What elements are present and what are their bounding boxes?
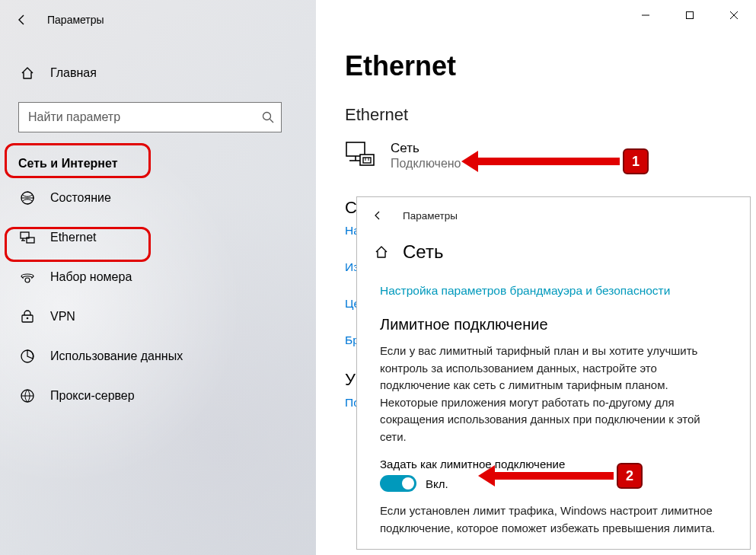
- metered-toggle-row: Вкл.: [380, 475, 727, 492]
- popup-title: Параметры: [403, 210, 458, 222]
- sidebar: Параметры Главная Сеть и Интернет: [0, 0, 316, 555]
- sidebar-item-datausage[interactable]: Использование данных: [0, 337, 316, 376]
- home-icon: [20, 65, 35, 81]
- vpn-icon: [20, 309, 35, 324]
- sidebar-item-proxy[interactable]: Прокси-сервер: [0, 376, 316, 416]
- search-box[interactable]: [18, 102, 282, 132]
- sidebar-item-label: VPN: [50, 310, 75, 324]
- network-status: Подключено: [391, 157, 461, 171]
- search-wrap: [18, 102, 301, 132]
- svg-rect-19: [360, 155, 374, 165]
- sidebar-item-status[interactable]: Состояние: [0, 178, 316, 218]
- sidebar-item-vpn[interactable]: VPN: [0, 297, 316, 337]
- section-heading-ethernet: Ethernet: [345, 105, 741, 125]
- dialup-icon: [20, 270, 35, 285]
- sidebar-home[interactable]: Главная: [0, 56, 316, 90]
- popup-header: Параметры: [357, 197, 750, 234]
- sidebar-item-ethernet[interactable]: Ethernet: [0, 218, 316, 257]
- firewall-settings-link[interactable]: Настройка параметров брандмауэра и безоп…: [380, 284, 670, 298]
- metered-description: Если у вас лимитный тарифный план и вы х…: [380, 343, 727, 445]
- back-icon[interactable]: [372, 210, 384, 221]
- sidebar-item-label: Прокси-сервер: [50, 389, 135, 403]
- status-icon: [20, 190, 35, 206]
- settings-window: Параметры Главная Сеть и Интернет: [0, 0, 756, 555]
- svg-point-9: [27, 317, 29, 320]
- network-tile[interactable]: Сеть Подключено: [345, 140, 741, 171]
- metered-footer: Если установлен лимит трафика, Windows н…: [380, 502, 727, 537]
- sidebar-item-label: Набор номера: [50, 270, 132, 284]
- svg-line-1: [270, 120, 274, 123]
- window-title: Параметры: [47, 14, 104, 26]
- search-input[interactable]: [19, 103, 250, 132]
- proxy-icon: [20, 388, 35, 403]
- back-icon[interactable]: [15, 13, 29, 27]
- sidebar-item-dialup[interactable]: Набор номера: [0, 257, 316, 297]
- metered-heading: Лимитное подключение: [380, 316, 727, 333]
- metered-toggle[interactable]: [380, 475, 416, 492]
- popup-window: Параметры Сеть Настройка параметров бран…: [356, 196, 751, 550]
- ethernet-icon: [20, 230, 35, 245]
- popup-page-heading: Сеть: [357, 234, 750, 270]
- page-title: Ethernet: [345, 50, 741, 82]
- sidebar-home-label: Главная: [50, 66, 97, 80]
- home-icon: [374, 244, 389, 260]
- sidebar-section-title: Сеть и Интернет: [0, 146, 316, 178]
- sidebar-item-label: Использование данных: [50, 349, 183, 363]
- popup-page-title: Сеть: [403, 241, 443, 263]
- toggle-state-label: Вкл.: [426, 477, 448, 490]
- sidebar-item-label: Состояние: [50, 191, 111, 205]
- svg-point-0: [263, 113, 271, 120]
- sidebar-item-label: Ethernet: [50, 231, 96, 244]
- svg-point-7: [25, 278, 30, 282]
- network-name: Сеть: [391, 140, 461, 157]
- datausage-icon: [20, 349, 35, 364]
- toggle-caption: Задать как лимитное подключение: [380, 458, 727, 470]
- ethernet-device-icon: [345, 141, 375, 170]
- sidebar-header: Параметры: [0, 0, 316, 40]
- search-icon: [261, 110, 275, 124]
